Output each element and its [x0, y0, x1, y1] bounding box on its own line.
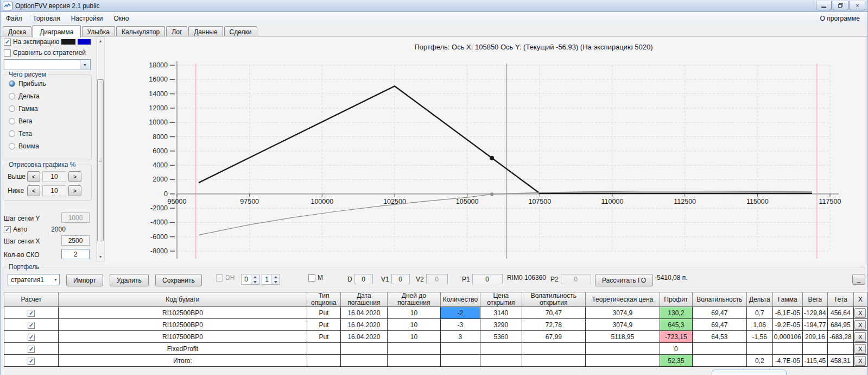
m-checkbox[interactable] [308, 274, 315, 282]
radio-Гамма[interactable]: Гамма [9, 105, 91, 112]
restore-button[interactable] [833, 1, 848, 10]
radio-Тета[interactable]: Тета [9, 130, 91, 138]
dh-checkbox[interactable] [216, 274, 223, 282]
dh-toggle[interactable]: DH [216, 274, 235, 282]
scroll-down-icon[interactable]: ▼ [97, 253, 104, 261]
remove-row-button[interactable]: X [854, 320, 866, 330]
remove-row-button[interactable]: X [854, 332, 866, 342]
above-row: Выше < 10 > [8, 171, 81, 182]
series-current [199, 191, 812, 235]
col-header[interactable]: Тета [827, 292, 853, 307]
import-button[interactable]: Импорт [66, 274, 103, 286]
above-decrease-button[interactable]: < [27, 171, 40, 182]
radio-Вега[interactable]: Вега [9, 117, 91, 125]
grid-x-input[interactable]: 2500 [61, 235, 90, 246]
col-header[interactable]: Волатильность [692, 292, 746, 307]
profit-chart[interactable]: -8000-6000-4000-200002000400060008000100… [105, 36, 866, 265]
dh-spinner-1[interactable]: 0 [241, 274, 259, 285]
y-tick-label: 0 [164, 190, 168, 198]
tab-Диаграмма[interactable]: Диаграмма [33, 25, 80, 38]
col-header[interactable]: Дельта [746, 292, 772, 307]
expiration-checkbox[interactable]: ✓ [4, 39, 11, 46]
sko-input[interactable]: 2 [61, 249, 90, 259]
col-header[interactable]: Количество [440, 292, 480, 307]
tab-Лог[interactable]: Лог [166, 26, 187, 37]
tab-Доска[interactable]: Доска [3, 26, 31, 37]
p2-input[interactable]: 0 [561, 274, 591, 284]
col-header[interactable]: Профит [660, 292, 692, 307]
row-calc-checkbox[interactable]: ✓ [28, 334, 35, 341]
m-toggle[interactable]: M [308, 274, 323, 282]
dh-spinner-2[interactable]: 1 [262, 274, 280, 285]
radio-Вомма[interactable]: Вомма [9, 142, 91, 150]
go-result-label: -5410,08 п. [655, 274, 688, 282]
col-header[interactable]: Вега [802, 292, 827, 307]
radio-Дельта[interactable]: Дельта [9, 92, 91, 100]
compare-toggle[interactable]: Сравнить со стратегией [4, 49, 86, 57]
x-tick-label: 95000 [168, 198, 187, 205]
auto-toggle[interactable]: ✓ Авто 2000 [4, 226, 66, 233]
col-header[interactable]: Тип опциона [307, 292, 340, 307]
col-header[interactable]: Дней до погашения [387, 292, 440, 307]
col-header[interactable]: Теоретическая цена [585, 292, 660, 307]
y-tick-label: 2000 [153, 176, 168, 183]
tab-Сделки[interactable]: Сделки [224, 26, 257, 37]
calc-go-button[interactable]: Рассчитать ГО [595, 274, 653, 286]
remove-row-button[interactable]: X [854, 356, 866, 366]
minimize-button[interactable] [816, 1, 832, 10]
save-button[interactable]: Сохранить [155, 274, 202, 286]
scrollbar-thumb[interactable] [97, 79, 104, 241]
menu-item-Торговля[interactable]: Торговля [28, 13, 66, 24]
sidebar-scrollbar[interactable]: ▲ ▼ [96, 36, 105, 261]
row-calc-checkbox[interactable]: ✓ [28, 322, 35, 329]
radio-Прибыль[interactable]: Прибыль [9, 80, 91, 88]
below-decrease-button[interactable]: < [27, 185, 40, 196]
compare-strategy-select[interactable]: ▼ [4, 59, 91, 70]
col-header[interactable]: Гамма [772, 292, 802, 307]
p1-input[interactable]: 0 [472, 274, 503, 284]
radio-circle-icon [9, 93, 15, 99]
partial-popup[interactable] [712, 370, 787, 375]
menu-item-Файл[interactable]: Файл [1, 13, 28, 24]
menu-item-Настройки[interactable]: Настройки [66, 13, 109, 24]
auto-checkbox[interactable]: ✓ [4, 226, 11, 233]
above-percent-value[interactable]: 10 [42, 171, 66, 182]
collapse-panel-button[interactable]: _ [852, 274, 865, 285]
row-calc-checkbox[interactable]: ✓ [28, 310, 35, 317]
col-header[interactable]: Волатильность открытия [522, 292, 585, 307]
strategy-select[interactable]: стратегия1▼ [8, 274, 60, 285]
cursor-marker [490, 192, 493, 196]
remove-row-button[interactable]: X [854, 308, 866, 318]
tab-Улыбка[interactable]: Улыбка [82, 26, 116, 37]
series-expiration [199, 86, 812, 193]
menu-about[interactable]: О программе [813, 13, 867, 24]
spin-up-icon [251, 274, 259, 279]
below-increase-button[interactable]: > [68, 185, 81, 196]
col-header[interactable]: Цена открытия [480, 292, 522, 307]
tab-Данные[interactable]: Данные [188, 26, 223, 37]
x-tick-label: 107500 [528, 198, 551, 205]
grid-y-input[interactable]: 1000 [61, 212, 90, 223]
col-header[interactable]: X [853, 292, 867, 307]
expiration-toggle[interactable]: ✓ На экспирацию [4, 38, 91, 46]
d-input[interactable]: 0 [354, 274, 373, 284]
v2-input[interactable]: 0 [426, 274, 448, 284]
below-percent-value[interactable]: 10 [42, 185, 66, 196]
delete-button[interactable]: Удалить [110, 274, 149, 286]
row-calc-checkbox[interactable]: ✓ [28, 358, 35, 365]
col-header[interactable]: Код бумаги [58, 292, 307, 307]
compare-checkbox[interactable] [4, 49, 11, 57]
menu-item-Окно[interactable]: Окно [109, 13, 135, 24]
scroll-up-icon[interactable]: ▲ [97, 37, 104, 45]
v1-input[interactable]: 0 [391, 274, 410, 284]
close-button[interactable]: × [850, 1, 865, 10]
tab-Калькулятор[interactable]: Калькулятор [116, 26, 165, 37]
row-calc-checkbox[interactable]: ✓ [28, 346, 35, 353]
above-increase-button[interactable]: > [68, 171, 81, 182]
remove-row-button[interactable]: X [854, 344, 866, 354]
v2-group: V2 0 [416, 274, 448, 284]
y-tick-label: 4000 [153, 161, 168, 169]
col-header[interactable]: Дата погашения [340, 292, 387, 307]
p2-group: P2 0 [550, 274, 591, 284]
col-header[interactable]: Расчет [4, 292, 59, 307]
